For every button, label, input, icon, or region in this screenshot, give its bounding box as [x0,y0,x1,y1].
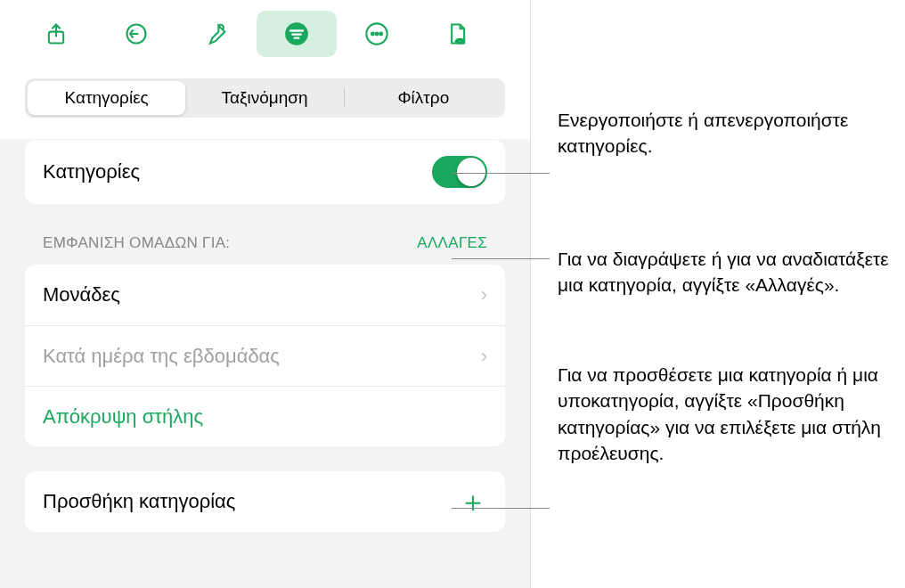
group-row-weekday[interactable]: Κατά ημέρα της εβδομάδας › [25,325,505,386]
tab-label: Φίλτρο [397,88,449,108]
toggle-knob [457,158,485,186]
share-icon [44,21,69,46]
tab-label: Ταξινόμηση [221,88,307,108]
organize-button[interactable] [257,11,337,57]
add-category-label: Προσθήκη κατηγορίας [43,490,235,513]
edit-button[interactable]: ΑΛΛΑΓΕΣ [417,234,487,252]
tab-label: Κατηγορίες [65,88,149,108]
segmented-control: Κατηγορίες Ταξινόμηση Φίλτρο [25,78,505,118]
callout-line [452,173,550,174]
plus-icon: ＋ [459,487,487,516]
more-icon [364,21,389,46]
toolbar [0,0,530,71]
callout-line [452,258,550,259]
share-button[interactable] [16,11,96,57]
settings-panel: Κατηγορίες Ταξινόμηση Φίλτρο Κατηγορίες [0,0,531,588]
group-row-units[interactable]: Μονάδες › [25,265,505,325]
document-eye-icon [444,21,469,46]
annotation-add: Για να προσθέσετε μια κατηγορία ή μια υπ… [558,362,905,467]
chevron-right-icon: › [481,345,487,368]
annotations-area: Ενεργοποιήστε ή απενεργοποιήστε κατηγορί… [531,0,905,588]
document-view-button[interactable] [417,11,497,57]
categories-toggle-card: Κατηγορίες [25,140,505,204]
annotation-edit: Για να διαγράψετε ή για να αναδιατάξετε … [558,246,905,298]
format-button[interactable] [176,11,257,57]
group-label: Κατά ημέρα της εβδομάδας [43,345,280,368]
section-title: ΕΜΦΑΝΙΣΗ ΟΜΑΔΩΝ ΓΙΑ: [43,234,230,252]
panel-content: Κατηγορίες ΕΜΦΑΝΙΣΗ ΟΜΑΔΩΝ ΓΙΑ: ΑΛΛΑΓΕΣ … [0,139,530,588]
svg-point-11 [459,40,461,43]
paintbrush-icon [204,21,229,46]
tab-categories[interactable]: Κατηγορίες [28,81,185,115]
group-label: Μονάδες [43,283,120,306]
chevron-right-icon: › [481,283,487,306]
undo-button[interactable] [96,11,176,57]
groups-list: Μονάδες › Κατά ημέρα της εβδομάδας › Από… [25,265,505,446]
toggle-label: Κατηγορίες [43,160,140,184]
svg-point-8 [376,33,379,36]
categories-toggle[interactable] [432,156,487,188]
undo-icon [124,21,149,46]
add-category-card: Προσθήκη κατηγορίας ＋ [25,471,505,532]
annotation-toggle: Ενεργοποιήστε ή απενεργοποιήστε κατηγορί… [558,107,905,159]
hide-column-row[interactable]: Απόκρυψη στήλης [25,386,505,446]
tab-filter[interactable]: Φίλτρο [345,81,502,115]
more-button[interactable] [337,11,417,57]
tab-sort[interactable]: Ταξινόμηση [185,81,343,115]
callout-line [452,508,550,509]
categories-toggle-row: Κατηγορίες [25,140,505,204]
svg-point-9 [379,33,382,36]
filter-lines-icon [284,21,309,46]
groups-section-header: ΕΜΦΑΝΙΣΗ ΟΜΑΔΩΝ ΓΙΑ: ΑΛΛΑΓΕΣ [43,229,487,252]
add-category-row[interactable]: Προσθήκη κατηγορίας ＋ [25,471,505,532]
svg-point-7 [371,33,374,36]
hide-column-label: Απόκρυψη στήλης [43,405,203,429]
